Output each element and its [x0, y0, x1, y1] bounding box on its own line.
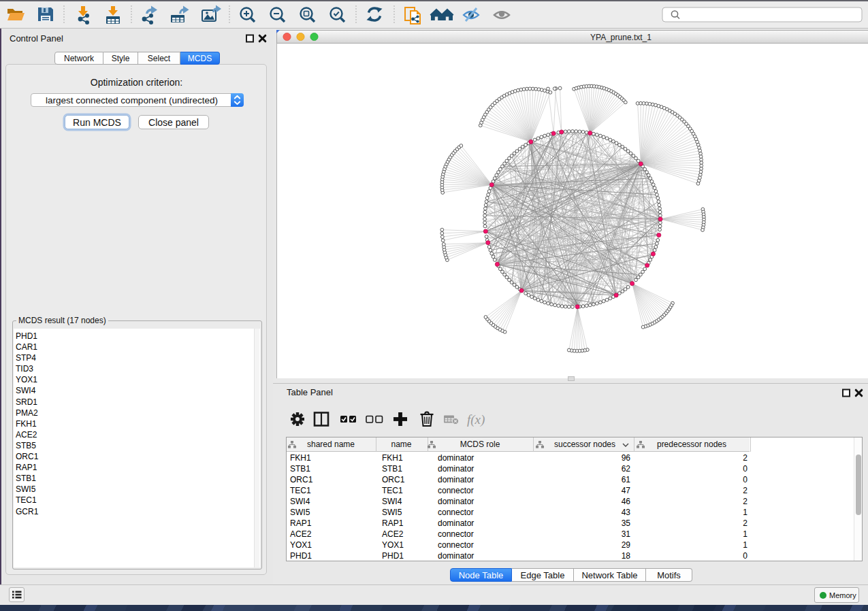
svg-text:f(x): f(x) — [467, 412, 485, 427]
